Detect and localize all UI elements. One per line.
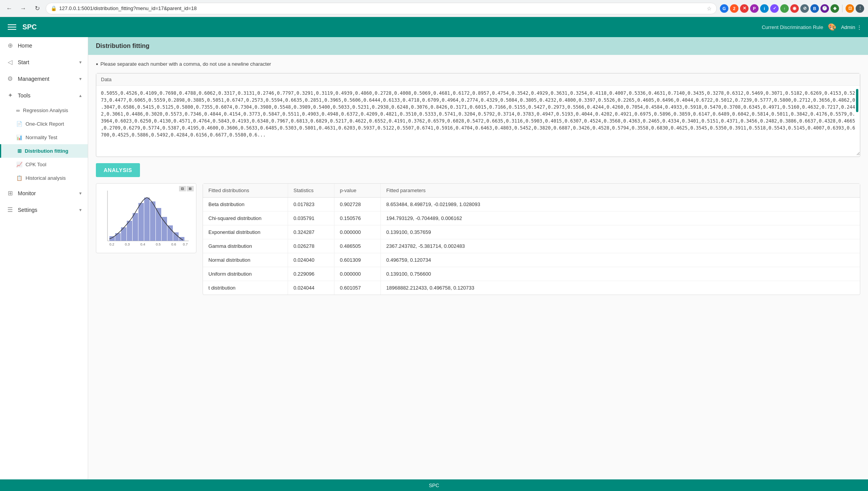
table-row: Normal distribution 0.024040 0.601309 0.… bbox=[203, 253, 860, 267]
cell-params: 0.139100, 0.756600 bbox=[381, 267, 860, 281]
url-bar: 🔒 127.0.0.1:5001/distribution_fitting?me… bbox=[46, 3, 717, 14]
sidebar-management-label: Management bbox=[18, 76, 49, 82]
cell-statistics: 0.017823 bbox=[288, 198, 334, 211]
sidebar-item-monitor[interactable]: ⊞ Monitor ▾ bbox=[0, 185, 88, 201]
ext-icon-14[interactable]: ⋮ bbox=[856, 4, 864, 13]
sidebar-one-click-label: One-Click Report bbox=[26, 121, 64, 127]
ext-icon-1[interactable]: G bbox=[720, 4, 728, 13]
sidebar-item-tools[interactable]: ✦ Tools ▴ bbox=[0, 87, 88, 104]
settings-chevron-icon: ▾ bbox=[79, 207, 82, 213]
cell-params: 8.653484, 8.498719, -0.021989, 1.028093 bbox=[381, 198, 860, 211]
ext-icon-3[interactable]: ✕ bbox=[740, 4, 749, 13]
col-header-pvalue: p-value bbox=[334, 184, 381, 197]
chart-tool-1[interactable]: ⊟ bbox=[179, 186, 186, 191]
cell-distribution: Gamma distribution bbox=[203, 239, 288, 253]
sidebar-item-historical[interactable]: 📋 Historical analysis bbox=[0, 171, 88, 185]
cell-distribution: Exponential distribution bbox=[203, 225, 288, 239]
sidebar-item-settings[interactable]: ☰ Settings ▾ bbox=[0, 201, 88, 218]
scroll-bar bbox=[856, 89, 858, 112]
cell-statistics: 0.024040 bbox=[288, 253, 334, 267]
top-nav-right: Current Discrimination Rule 🎨 Admin ⋮ bbox=[762, 23, 862, 31]
sidebar-item-regression[interactable]: ∞ Regression Analysis bbox=[0, 104, 88, 117]
sidebar-historical-label: Historical analysis bbox=[26, 175, 66, 181]
nav-back-button[interactable]: ← bbox=[4, 3, 15, 14]
sidebar-tools-label: Tools bbox=[18, 92, 31, 99]
page-title: Distribution fitting bbox=[96, 43, 150, 49]
content-area: Distribution fitting ▪ Please separate e… bbox=[88, 37, 868, 479]
data-section: Data bbox=[96, 73, 860, 157]
analysis-button[interactable]: ANALYSIS bbox=[96, 163, 140, 177]
admin-menu-icon: ⋮ bbox=[857, 24, 862, 30]
main-layout: ⊕ Home ◁ Start ▾ ⚙ Management ▾ ✦ Tools … bbox=[0, 37, 868, 479]
ext-icon-12[interactable]: ◆ bbox=[830, 4, 839, 13]
ext-icon-13[interactable]: ⊡ bbox=[846, 4, 854, 13]
nav-refresh-button[interactable]: ↻ bbox=[32, 3, 43, 14]
table-row: Gamma distribution 0.026278 0.486505 236… bbox=[203, 239, 860, 253]
cell-pvalue: 0.902728 bbox=[334, 198, 381, 211]
results-table: Fitted distributions Statistics p-value … bbox=[203, 183, 860, 295]
cell-params: 18968882.212433, 0.496758, 0.120733 bbox=[381, 281, 860, 295]
sidebar-item-one-click[interactable]: 📄 One-Click Report bbox=[0, 117, 88, 131]
cell-params: 0.139100, 0.357659 bbox=[381, 225, 860, 239]
histogram-chart: 0.2 0.3 0.4 0.5 0.6 0.7 bbox=[99, 187, 193, 249]
table-row: Exponential distribution 0.324287 0.0000… bbox=[203, 225, 860, 239]
svg-rect-7 bbox=[138, 203, 144, 241]
chart-tool-2[interactable]: ⊞ bbox=[187, 186, 194, 191]
cell-statistics: 0.024044 bbox=[288, 281, 334, 295]
cell-params: 194.793129, -0.704489, 0.006162 bbox=[381, 211, 860, 225]
start-icon: ◁ bbox=[6, 58, 14, 66]
nav-forward-button[interactable]: → bbox=[18, 3, 29, 14]
hamburger-button[interactable] bbox=[6, 23, 18, 31]
top-nav-left: SPC bbox=[6, 23, 37, 31]
sidebar: ⊕ Home ◁ Start ▾ ⚙ Management ▾ ✦ Tools … bbox=[0, 37, 88, 479]
chart-box: ⊟ ⊞ bbox=[96, 183, 196, 253]
ext-icon-6[interactable]: ✓ bbox=[770, 4, 779, 13]
col-header-distribution: Fitted distributions bbox=[203, 184, 288, 197]
sidebar-home-label: Home bbox=[18, 43, 32, 49]
ext-icon-4[interactable]: P bbox=[750, 4, 759, 13]
cell-distribution: Beta distribution bbox=[203, 198, 288, 211]
instruction-text: Please separate each number with a comma… bbox=[101, 61, 271, 67]
ext-icon-11[interactable]: 🕐 bbox=[820, 4, 829, 13]
admin-button[interactable]: Admin ⋮ bbox=[841, 24, 862, 30]
cell-pvalue: 0.000000 bbox=[334, 267, 381, 281]
sidebar-regression-label: Regression Analysis bbox=[23, 107, 68, 113]
svg-rect-6 bbox=[133, 213, 138, 241]
admin-label: Admin bbox=[841, 24, 855, 30]
ext-icon-2[interactable]: 2 bbox=[730, 4, 738, 13]
ext-icon-9[interactable]: ⊘ bbox=[800, 4, 809, 13]
sidebar-item-management[interactable]: ⚙ Management ▾ bbox=[0, 70, 88, 87]
sidebar-item-cpk[interactable]: 📈 CPK Tool bbox=[0, 158, 88, 171]
svg-rect-5 bbox=[127, 221, 132, 241]
svg-rect-8 bbox=[144, 198, 150, 241]
svg-text:0.3: 0.3 bbox=[125, 242, 130, 246]
table-row: Chi-squared distribution 0.035791 0.1505… bbox=[203, 211, 860, 225]
table-row: t distribution 0.024044 0.601057 1896888… bbox=[203, 281, 860, 295]
ext-icon-7[interactable]: ↑ bbox=[780, 4, 789, 13]
sidebar-normality-label: Normality Test bbox=[26, 135, 57, 140]
data-input[interactable] bbox=[96, 86, 860, 155]
cell-statistics: 0.229096 bbox=[288, 267, 334, 281]
sidebar-item-home[interactable]: ⊕ Home bbox=[0, 37, 88, 54]
ext-icon-8[interactable]: ◉ bbox=[790, 4, 799, 13]
svg-text:0.4: 0.4 bbox=[140, 242, 145, 246]
col-header-params: Fitted parameters bbox=[381, 184, 860, 197]
ext-icon-5[interactable]: i bbox=[760, 4, 769, 13]
browser-extension-icons: G 2 ✕ P i ✓ ↑ ◉ ⊘ B 🕐 ◆ ⊡ ⋮ bbox=[720, 4, 864, 13]
sidebar-item-start[interactable]: ◁ Start ▾ bbox=[0, 54, 88, 70]
start-chevron-icon: ▾ bbox=[79, 60, 82, 65]
cell-distribution: Chi-squared distribution bbox=[203, 211, 288, 225]
top-nav: SPC Current Discrimination Rule 🎨 Admin … bbox=[0, 17, 868, 37]
svg-text:0.2: 0.2 bbox=[109, 242, 114, 246]
col-header-statistics: Statistics bbox=[288, 184, 334, 197]
sidebar-distribution-label: Distribution fitting bbox=[25, 148, 68, 154]
palette-button[interactable]: 🎨 bbox=[828, 23, 836, 31]
svg-rect-9 bbox=[150, 201, 155, 241]
sidebar-settings-label: Settings bbox=[18, 207, 38, 213]
sidebar-item-distribution[interactable]: ⊞ Distribution fitting bbox=[0, 144, 88, 158]
distribution-icon: ⊞ bbox=[17, 148, 22, 154]
info-instruction: ▪ Please separate each number with a com… bbox=[96, 61, 860, 68]
ext-icon-10[interactable]: B bbox=[810, 4, 819, 13]
page-header: Distribution fitting bbox=[88, 37, 868, 55]
sidebar-item-normality[interactable]: 📊 Normality Test bbox=[0, 131, 88, 144]
